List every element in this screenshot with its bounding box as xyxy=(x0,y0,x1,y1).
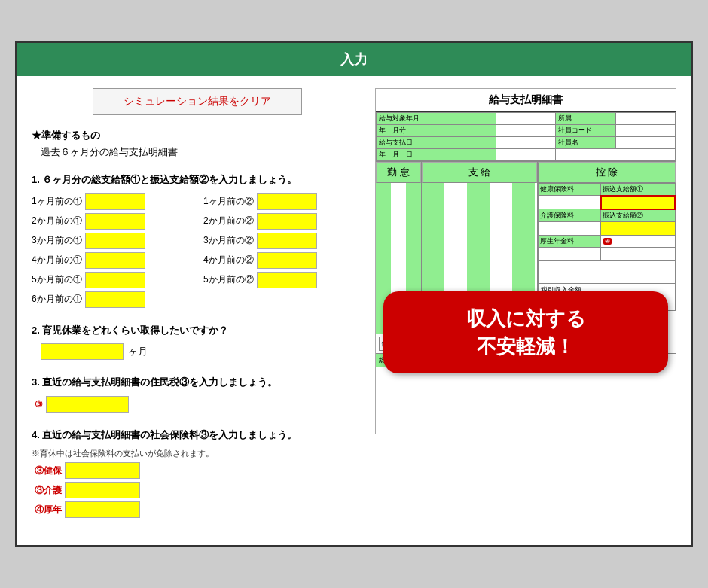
input-2-left[interactable] xyxy=(85,213,145,230)
slip-sha-name-val xyxy=(615,136,675,148)
label-4-right: 4か月前の② xyxy=(203,254,254,267)
overlay-line2: 不安軽減！ xyxy=(391,333,661,360)
input-3-right[interactable] xyxy=(257,233,317,249)
kenpo-label-slip: 健康保険料 xyxy=(538,183,600,196)
kenpo-label: ③健保 xyxy=(35,465,62,477)
section2-title: 2. 育児休業をどれくらい取得したいですか？ xyxy=(32,323,363,338)
input-row-3-right: 3か月前の② xyxy=(203,233,363,249)
slip-kyu-taishou-val xyxy=(496,112,555,124)
input-row-2-right: 2か月前の② xyxy=(203,213,363,230)
label-2-left: 2か月前の① xyxy=(32,215,82,227)
prep-detail: 過去６ヶ月分の給与支払明細書 xyxy=(32,144,363,160)
label-1-left: 1ヶ月前の① xyxy=(32,195,82,208)
kousei-input[interactable] xyxy=(65,501,140,518)
koujo-header: 控 除 xyxy=(538,162,676,183)
input-row-5-right: 5か月前の② xyxy=(203,272,363,288)
input-5-right[interactable] xyxy=(257,272,317,288)
kenpo-input[interactable] xyxy=(65,462,140,479)
circle4-badge: ④ xyxy=(603,238,612,245)
input-row-4-right: 4か月前の② xyxy=(203,252,363,269)
slip-kyuyo-val xyxy=(496,136,555,148)
section1-block: 1. ６ヶ月分の総支給額①と振込支給額②を入力しましょう。 1ヶ月前の① 1ヶ月… xyxy=(32,172,363,308)
blank-row1 xyxy=(538,260,675,283)
input-3-left[interactable] xyxy=(85,233,145,249)
slip-label-kyuyo-shiharai: 給与支払日 xyxy=(377,136,496,148)
slip-label-busho: 所属 xyxy=(556,112,615,124)
section3-title: 3. 直近の給与支払明細書の住民税③を入力しましょう。 xyxy=(32,375,363,390)
right-panel: 給与支払明細書 給与対象年月 所属 年 月分 社員コード xyxy=(375,88,676,533)
clear-simulation-button[interactable]: シミュレーション結果をクリア xyxy=(93,88,302,115)
furikomi2-val xyxy=(601,221,675,235)
slip-sha-code-val xyxy=(615,124,675,136)
section4-note: ※育休中は社会保険料の支払いが免除されます。 xyxy=(32,448,363,459)
input-row-3-left: 3か月前の① xyxy=(32,233,191,249)
slip-busho-val xyxy=(615,112,675,124)
empty-cell-1: ④ xyxy=(601,235,675,247)
slip-nen-gatsu: 年 月分 xyxy=(377,124,496,136)
slip-header-table: 給与対象年月 所属 年 月分 社員コード 給与支払日 社員名 xyxy=(376,112,676,161)
input-row-4-left: 4か月前の① xyxy=(32,252,191,269)
section4-title: 4. 直近の給与支払明細書の社会保険料③を入力しましょう。 xyxy=(32,428,363,443)
shakai-row-kenpo: ③健保 xyxy=(35,462,363,479)
months-unit: ヶ月 xyxy=(128,345,148,358)
input-1-right[interactable] xyxy=(257,193,317,210)
input-row-1-right: 1ヶ月前の② xyxy=(203,193,363,210)
furikomi1-label-slip: 振込支給額① xyxy=(601,183,675,196)
salary-slip: 給与支払明細書 給与対象年月 所属 年 月分 社員コード xyxy=(375,88,676,434)
slip-title: 給与支払明細書 xyxy=(376,89,676,112)
kaigo-label-slip: 介護保険料 xyxy=(538,209,600,222)
input-4-right[interactable] xyxy=(257,252,317,269)
input-row-6-left: 6か月前の① xyxy=(32,291,191,308)
furikomi2-label-slip: 振込支給額② xyxy=(601,209,675,222)
slip-nen-gatsubi-val xyxy=(496,148,555,160)
label-5-right: 5か月前の② xyxy=(203,273,254,286)
kinmu-header: 勤 怠 xyxy=(376,162,421,183)
juminzei-row: ③ xyxy=(32,396,363,413)
kenpo-val xyxy=(538,196,600,209)
juminzei-input[interactable] xyxy=(46,396,129,413)
input-row-2-left: 2か月前の① xyxy=(32,213,191,230)
kaigo-val xyxy=(538,221,600,235)
label-4-left: 4か月前の① xyxy=(32,254,82,267)
left-panel: シミュレーション結果をクリア ★準備するもの 過去６ヶ月分の給与支払明細書 1.… xyxy=(32,88,363,533)
label-2-right: 2か月前の② xyxy=(203,215,254,227)
prep-section: ★準備するもの 過去６ヶ月分の給与支払明細書 xyxy=(32,127,363,160)
shakai-inputs: ③健保 ③介護 ④厚年 xyxy=(32,462,363,518)
slip-label-kyu-taishou: 給与対象年月 xyxy=(377,112,496,124)
label-6-left: 6か月前の① xyxy=(32,293,82,306)
input-4-left[interactable] xyxy=(85,252,145,269)
juminzei-circle-label: ③ xyxy=(35,399,43,410)
kousei-val xyxy=(538,247,600,260)
kousei-label-slip: 厚生年金料 xyxy=(538,235,600,247)
prep-star-line: ★準備するもの xyxy=(32,127,363,144)
furikomi1-val xyxy=(601,196,675,209)
input-row-6-right xyxy=(203,291,363,308)
shikyuu-header: 支 給 xyxy=(422,162,537,183)
input-6-left[interactable] xyxy=(85,291,145,308)
slip-extra xyxy=(556,148,676,160)
page-title: 入力 xyxy=(340,52,368,67)
clear-button-row: シミュレーション結果をクリア xyxy=(32,88,363,115)
header-bar: 入力 xyxy=(17,43,691,76)
slip-sha-name: 社員名 xyxy=(556,136,615,148)
slip-sha-code: 社員コード xyxy=(556,124,615,136)
red-overlay-bubble: 収入に対する 不安軽減！ xyxy=(383,291,668,373)
input-5-left[interactable] xyxy=(85,272,145,288)
overlay-line1: 収入に対する xyxy=(391,305,661,332)
empty-cell-2 xyxy=(601,247,675,260)
months-input-row: ヶ月 xyxy=(32,343,363,360)
months-input[interactable] xyxy=(41,343,124,360)
label-5-left: 5か月前の① xyxy=(32,273,82,286)
input-1-left[interactable] xyxy=(85,193,145,210)
section1-title: 1. ６ヶ月分の総支給額①と振込支給額②を入力しましょう。 xyxy=(32,172,363,187)
kaigo-input[interactable] xyxy=(65,482,140,498)
shakai-row-kaigo: ③介護 xyxy=(35,482,363,498)
kousei-label: ④厚年 xyxy=(35,504,62,516)
shakai-row-kousei: ④厚年 xyxy=(35,501,363,518)
label-3-left: 3か月前の① xyxy=(32,234,82,247)
label-3-right: 3か月前の② xyxy=(203,234,254,247)
section2-block: 2. 育児休業をどれくらい取得したいですか？ ヶ月 xyxy=(32,323,363,361)
slip-nen-gatsubi: 年 月 日 xyxy=(377,148,496,160)
input-2-right[interactable] xyxy=(257,213,317,230)
section1-input-grid: 1ヶ月前の① 1ヶ月前の② 2か月前の① 2か月前の② xyxy=(32,193,363,308)
